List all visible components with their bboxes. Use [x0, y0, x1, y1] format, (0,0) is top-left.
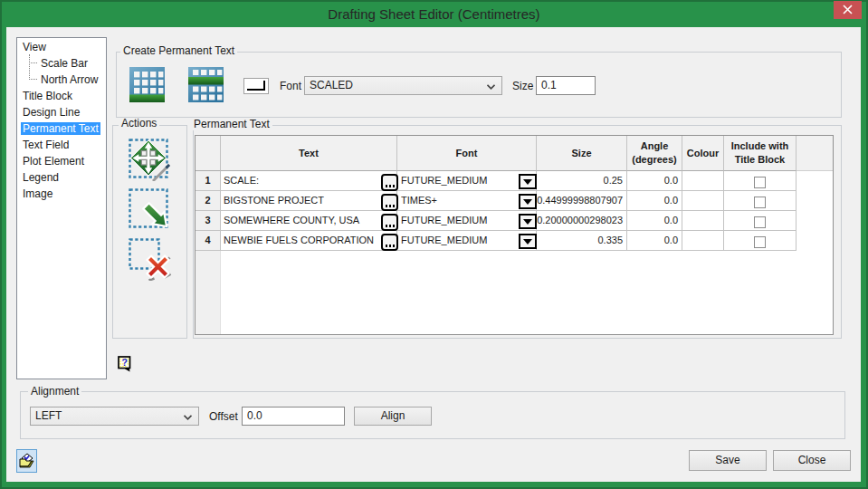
svg-text:?: ? — [121, 357, 127, 368]
